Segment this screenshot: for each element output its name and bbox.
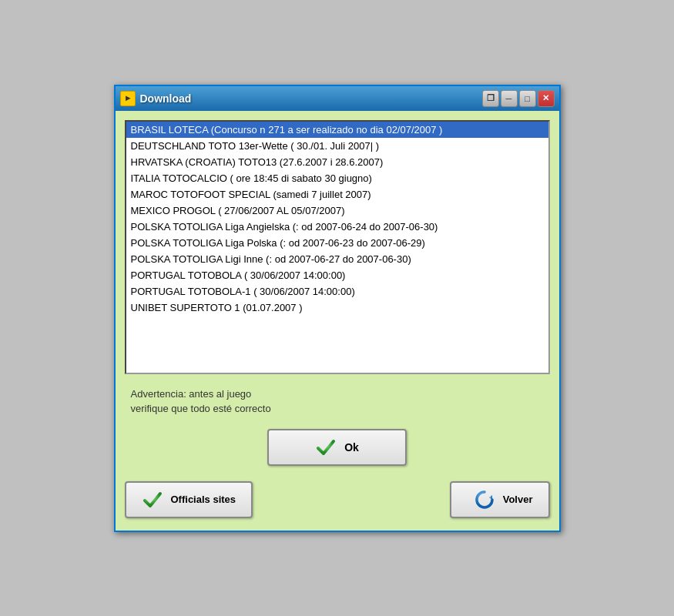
list-item[interactable]: HRVATSKA (CROATIA) TOTO13 (27.6.2007 i 2… bbox=[126, 154, 548, 170]
warning-area: Advertencia: antes al juego verifique qu… bbox=[125, 383, 550, 420]
list-item[interactable]: BRASIL LOTECA (Concurso n 271 a ser real… bbox=[126, 122, 548, 138]
app-icon: ▶ bbox=[120, 91, 136, 106]
list-item[interactable]: ITALIA TOTOCALCIO ( ore 18:45 di sabato … bbox=[126, 170, 548, 186]
list-item[interactable]: PORTUGAL TOTOBOLA ( 30/06/2007 14:00:00) bbox=[126, 267, 548, 283]
list-item[interactable]: POLSKA TOTOLIGA Ligi Inne (: od 2007-06-… bbox=[126, 251, 548, 267]
list-item[interactable]: UNIBET SUPERTOTO 1 (01.07.2007 ) bbox=[126, 300, 548, 316]
maximize-button[interactable]: □ bbox=[519, 90, 536, 107]
list-item[interactable]: PORTUGAL TOTOBOLA-1 ( 30/06/2007 14:00:0… bbox=[126, 283, 548, 300]
bottom-buttons: Officials sites bbox=[125, 478, 550, 521]
warning-line2: verifique que todo esté correcto bbox=[131, 401, 544, 417]
ok-area: Ok bbox=[125, 429, 550, 466]
title-bar: ▶ Download ❐ ─ □ ✕ bbox=[116, 86, 559, 111]
officials-check-icon bbox=[142, 489, 163, 511]
warning-line1: Advertencia: antes al juego bbox=[131, 387, 544, 402]
items-list[interactable]: BRASIL LOTECA (Concurso n 271 a ser real… bbox=[125, 120, 550, 374]
window-content: BRASIL LOTECA (Concurso n 271 a ser real… bbox=[116, 111, 559, 531]
list-item[interactable]: POLSKA TOTOLIGA Liga Polska (: od 2007-0… bbox=[126, 235, 548, 251]
svg-marker-0 bbox=[489, 495, 492, 500]
window-title: Download bbox=[140, 92, 192, 105]
list-item[interactable]: MAROC TOTOFOOT SPECIAL (samedi 7 juillet… bbox=[126, 186, 548, 203]
volver-button[interactable]: Volver bbox=[450, 481, 550, 518]
ok-button[interactable]: Ok bbox=[267, 429, 407, 466]
list-item[interactable]: DEUTSCHLAND TOTO 13er-Wette ( 30./01. Ju… bbox=[126, 138, 548, 154]
list-item[interactable]: MEXICO PROGOL ( 27/06/2007 AL 05/07/2007… bbox=[126, 203, 548, 219]
volver-label: Volver bbox=[503, 494, 533, 505]
volver-refresh-icon bbox=[474, 489, 495, 511]
ok-check-icon bbox=[315, 437, 337, 458]
restore-button[interactable]: ❐ bbox=[482, 90, 499, 107]
close-button[interactable]: ✕ bbox=[538, 90, 555, 107]
minimize-button[interactable]: ─ bbox=[501, 90, 518, 107]
title-bar-left: ▶ Download bbox=[120, 91, 192, 106]
officials-sites-button[interactable]: Officials sites bbox=[125, 481, 253, 518]
officials-sites-label: Officials sites bbox=[171, 494, 236, 505]
download-window: ▶ Download ❐ ─ □ ✕ BRASIL LOTECA (Concur… bbox=[114, 85, 561, 532]
list-item[interactable]: POLSKA TOTOLIGA Liga Angielska (: od 200… bbox=[126, 219, 548, 235]
title-buttons: ❐ ─ □ ✕ bbox=[482, 90, 555, 107]
ok-label: Ok bbox=[344, 441, 359, 454]
